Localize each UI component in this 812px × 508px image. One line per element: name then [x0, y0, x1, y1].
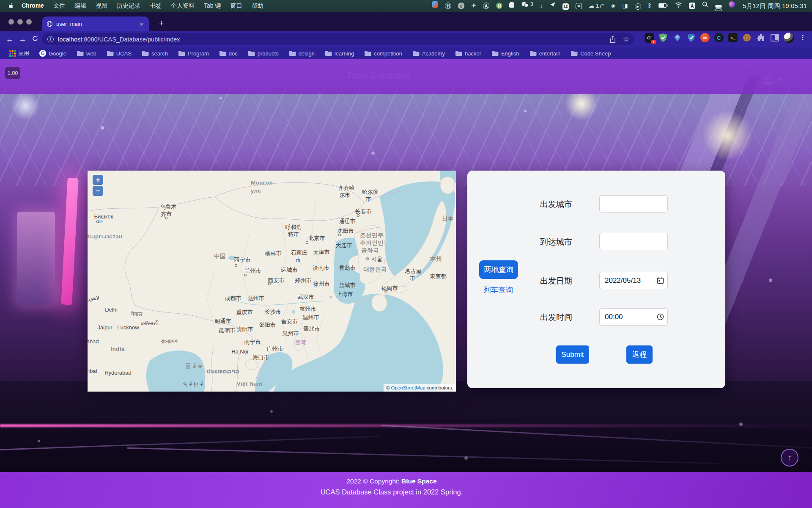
openstreetmap-canvas[interactable]: Монголулс乌鲁木齐市БишкекКыргызстан齐齐哈尔市哈尔滨市长…	[88, 171, 456, 392]
map-label: 武汉市	[297, 294, 314, 300]
jet-icon[interactable]: ✈	[471, 2, 476, 9]
forward-button[interactable]: →	[16, 35, 29, 44]
url-bar[interactable]: i localhost:8080/UCAS_Database/public/in…	[42, 33, 634, 45]
bookmark-ucas[interactable]: UCAS	[102, 50, 136, 58]
calendar-icon[interactable]: 12	[562, 3, 569, 10]
bookmark-design[interactable]: design	[285, 50, 319, 58]
departure-city-input[interactable]	[599, 195, 668, 213]
wifi-icon[interactable]	[675, 2, 682, 8]
box-diamond-icon[interactable]: ◈	[611, 2, 616, 9]
zoom-in-button[interactable]: +	[93, 175, 103, 185]
bluetooth-icon[interactable]: ᛒ	[648, 2, 651, 9]
notion-icon[interactable]: N	[496, 3, 502, 9]
shield-check-icon[interactable]	[686, 33, 696, 43]
reload-button[interactable]	[29, 35, 41, 44]
bookmark-english[interactable]: English	[487, 50, 524, 58]
share-icon[interactable]	[609, 36, 616, 43]
bookmark-entertain[interactable]: entertain	[525, 50, 565, 58]
tab-user-main[interactable]: user_main ×	[42, 17, 149, 31]
departure-time-input[interactable]	[599, 308, 668, 326]
menu-item[interactable]: 历史记录	[112, 2, 145, 9]
menu-item[interactable]: Tab 键	[199, 2, 225, 9]
menu-item[interactable]: Chrome	[17, 2, 49, 9]
return-trip-button[interactable]: 返程	[626, 345, 653, 364]
mastodon-icon[interactable]: e	[458, 3, 464, 9]
chrome-tab-strip: user_main × +	[0, 12, 812, 31]
h-circle-icon[interactable]: H	[445, 3, 451, 9]
maximize-window-button[interactable]	[26, 19, 32, 25]
infinity-circle-icon[interactable]: ∞	[700, 33, 710, 43]
map-label: 上海市	[337, 291, 353, 297]
bookmark-web[interactable]: web	[72, 50, 101, 58]
two-city-query-button[interactable]: 两地查询	[479, 260, 518, 279]
puzzle-icon[interactable]	[756, 33, 766, 43]
search-icon[interactable]	[702, 1, 708, 8]
adguard-icon[interactable]	[658, 33, 668, 43]
openstreetmap-link[interactable]: OpenStreetMap	[391, 385, 425, 390]
scroll-to-top-button[interactable]: ↑	[781, 449, 798, 467]
bookmark-program[interactable]: Program	[174, 50, 213, 58]
split-rect-icon[interactable]: ◨	[623, 2, 628, 9]
menu-item[interactable]: 视图	[91, 2, 112, 9]
blue-space-link[interactable]: Blue Space	[401, 478, 437, 485]
gem-icon[interactable]	[672, 33, 682, 43]
bookmark-code-sheep[interactable]: Code Sheep	[566, 50, 615, 58]
zoom-out-button[interactable]: −	[93, 186, 103, 196]
bookmark-competition[interactable]: competition	[360, 50, 406, 58]
playback-rate-badge: 1.00	[5, 67, 20, 79]
wechat-icon[interactable]: 3	[521, 1, 533, 8]
updown-icon[interactable]: ↕	[540, 3, 543, 9]
toggles-icon[interactable]	[715, 5, 722, 11]
tab-close-icon[interactable]: ×	[138, 20, 145, 28]
bookmark-search[interactable]: search	[137, 50, 172, 58]
map-label: 长春市	[355, 208, 372, 215]
new-tab-button[interactable]: +	[156, 18, 167, 29]
bookmark-hacker[interactable]: hacker	[451, 50, 486, 58]
siri-icon[interactable]	[729, 1, 735, 8]
screen-doc-icon[interactable]	[432, 1, 438, 8]
proxy-person-icon[interactable]: 1	[644, 33, 654, 43]
menu-item[interactable]: 编辑	[70, 2, 91, 9]
split-view-icon[interactable]	[770, 33, 780, 43]
menu-items: Chrome文件编辑视图历史记录书签个人资料Tab 键窗口帮助	[17, 2, 268, 10]
menu-item[interactable]: 个人资料	[166, 2, 199, 9]
profile-avatar-icon[interactable]	[784, 33, 794, 43]
arrival-city-input[interactable]	[599, 233, 668, 250]
departure-date-input[interactable]	[599, 272, 668, 289]
input-a-icon[interactable]: A	[689, 3, 695, 9]
kebab-menu-icon[interactable]: ⋮	[798, 33, 808, 43]
ghost-icon[interactable]	[509, 2, 514, 8]
close-window-button[interactable]	[8, 19, 14, 25]
map-label: 臺灣	[296, 340, 306, 345]
menu-item[interactable]: 文件	[49, 2, 70, 9]
bookmark-google[interactable]: GGoogle	[35, 49, 71, 58]
apple-icon[interactable]	[8, 3, 14, 9]
battery-icon[interactable]	[658, 3, 668, 8]
minimize-window-button[interactable]	[17, 19, 23, 25]
play-icon[interactable]: ▶	[635, 3, 641, 10]
back-button[interactable]: ←	[3, 35, 16, 44]
menu-item[interactable]: 帮助	[247, 2, 268, 9]
site-info-icon[interactable]: i	[47, 36, 54, 42]
train-query-link[interactable]: 列车查询	[483, 285, 513, 295]
wave-icon[interactable]: ≈	[576, 3, 582, 9]
menu-item[interactable]: 窗口	[225, 2, 247, 9]
weather-icon[interactable]: ☁17°	[589, 3, 604, 9]
cookie-icon[interactable]	[742, 33, 752, 43]
c-circle-icon[interactable]: C	[714, 33, 724, 43]
send-icon[interactable]	[549, 2, 556, 8]
terminal-icon[interactable]: >_	[728, 33, 738, 43]
translate-icon[interactable]: A	[483, 3, 489, 9]
bookmark-academy[interactable]: Academy	[408, 50, 449, 58]
map-card[interactable]: Монголулс乌鲁木齐市БишкекКыргызстан齐齐哈尔市哈尔滨市长…	[88, 171, 456, 392]
bookmark-label: hacker	[465, 50, 481, 57]
bookmark-products[interactable]: products	[244, 50, 283, 58]
bookmark-doc[interactable]: doc	[215, 50, 242, 58]
submit-button[interactable]: Submit	[556, 345, 589, 364]
bookmark-learning[interactable]: learning	[321, 50, 358, 58]
bookmark-应用[interactable]: 应用	[5, 49, 33, 58]
menubar-clock[interactable]: 5月12日 周四 19:05:31	[743, 2, 807, 10]
menu-item[interactable]: 书签	[145, 2, 166, 9]
bookmark-star-icon[interactable]: ☆	[623, 35, 629, 44]
window-controls[interactable]	[8, 19, 32, 25]
